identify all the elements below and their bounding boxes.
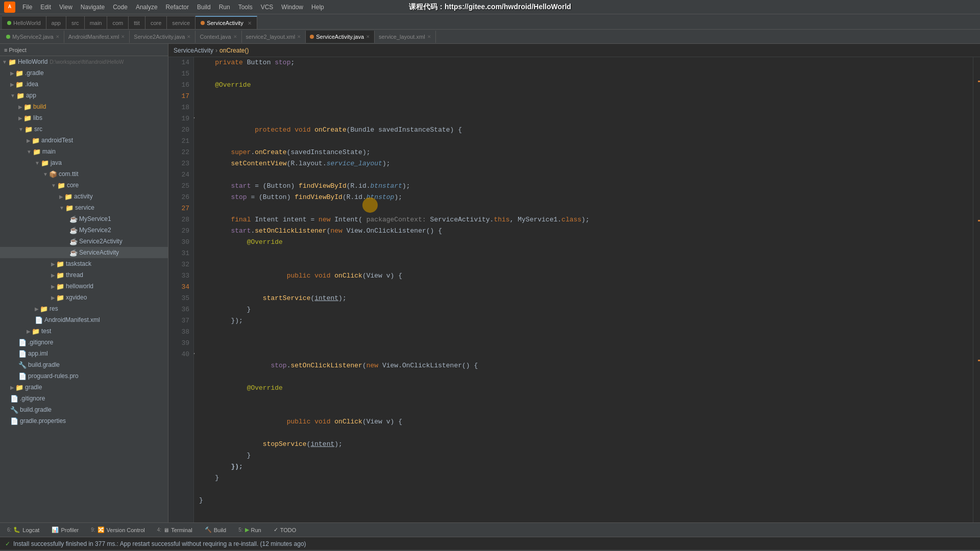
file-tab-service2activity[interactable]: Service2Activity.java ✕ (130, 31, 195, 43)
arrow-main: ▼ (27, 149, 32, 155)
breadcrumb-class[interactable]: ServiceActivity (174, 47, 213, 54)
tree-gradle-props[interactable]: 📄 gradle.properties (0, 415, 168, 427)
tab-helloworld[interactable]: HelloWorld (2, 16, 46, 29)
vc-icon: 🔀 (97, 527, 105, 533)
tree-app[interactable]: ▼ 📁 app (0, 90, 168, 101)
tree-res[interactable]: ▶ 📁 res (0, 303, 168, 314)
tree-java[interactable]: ▼ 📁 java (0, 157, 168, 168)
arrow-idea: ▶ (10, 82, 14, 87)
file-tab-context[interactable]: Context.java ✕ (195, 31, 241, 43)
menu-help[interactable]: Help (308, 3, 327, 12)
code-line-27: ● public void onClick(View v) { (199, 248, 968, 293)
file-tab-myservice2[interactable]: MyService2.java ✕ (2, 31, 64, 43)
folder-icon-thread: 📁 (56, 271, 64, 279)
file-tab-servicelayout[interactable]: service_layout.xml ✕ (375, 31, 435, 43)
tree-myservice2[interactable]: ☕ MyService2 (0, 224, 168, 236)
tree-myservice1[interactable]: ☕ MyService1 (0, 213, 168, 224)
tree-gradle-root[interactable]: ▶ 📁 gradle (0, 382, 168, 393)
menu-tools[interactable]: Tools (235, 3, 256, 12)
tree-core[interactable]: ▼ 📁 core (0, 180, 168, 191)
tree-serviceactivity[interactable]: ☕ ServiceActivity (0, 247, 168, 258)
tree-build-gradle-root[interactable]: 🔧 build.gradle (0, 404, 168, 415)
tree-androidtest[interactable]: ▶ 📁 androidTest (0, 135, 168, 146)
tab-ttit[interactable]: ttit (129, 16, 145, 29)
tool-logcat[interactable]: 6: 🐛 Logcat (4, 525, 42, 534)
code-line-33: @Override (199, 383, 968, 394)
tree-taskstack[interactable]: ▶ 📁 taskstack (0, 258, 168, 269)
menu-window[interactable]: Window (278, 3, 306, 12)
tree-build[interactable]: ▶ 📁 build (0, 101, 168, 112)
file-close-context[interactable]: ✕ (233, 34, 237, 39)
tool-todo[interactable]: ✓ TODO (271, 525, 300, 534)
menu-run[interactable]: Run (216, 3, 233, 12)
file-tab-serviceactivity[interactable]: ServiceActivity.java ✕ (306, 31, 375, 43)
tree-gradle[interactable]: ▶ 📁 .gradle (0, 67, 168, 79)
code-line-15 (199, 68, 968, 80)
tree-idea[interactable]: ▶ 📁 .idea (0, 79, 168, 90)
menu-view[interactable]: View (56, 3, 76, 12)
tree-helloworld[interactable]: ▼ 📁 HelloWorld D:\workspace\ftit\android… (0, 56, 168, 67)
gutter-mark-3 (978, 360, 980, 361)
tree-main[interactable]: ▼ 📁 main (0, 146, 168, 157)
file-close-myservice2[interactable]: ✕ (56, 34, 60, 39)
file-close-service2activity[interactable]: ✕ (187, 34, 191, 39)
menu-file[interactable]: File (19, 3, 35, 12)
tree-helloworld2[interactable]: ▶ 📁 helloworld (0, 281, 168, 292)
menu-build[interactable]: Build (194, 3, 214, 12)
code-editor[interactable]: private Button stop; @Override ● ▼ prote… (194, 57, 973, 522)
tree-proguard[interactable]: 📄 proguard-rules.pro (0, 370, 168, 382)
tab-core[interactable]: core (145, 16, 167, 29)
tree-libs[interactable]: ▶ 📁 libs (0, 112, 168, 123)
code-line-38: } (199, 472, 968, 484)
menu-code[interactable]: Code (110, 3, 131, 12)
tree-activity[interactable]: ▶ 📁 activity (0, 191, 168, 202)
tab-app[interactable]: app (46, 16, 66, 29)
tree-app-iml[interactable]: 📄 app.iml (0, 348, 168, 359)
tool-profiler[interactable]: 📊 Profiler (48, 525, 82, 534)
code-line-37: }); (199, 461, 968, 472)
menu-refactor[interactable]: Refactor (163, 3, 192, 12)
tool-version-control[interactable]: 9: 🔀 Version Control (88, 525, 148, 534)
menu-vcs[interactable]: VCS (258, 3, 277, 12)
file-tab-androidmanifest[interactable]: AndroidManifest.xml ✕ (64, 31, 130, 43)
tree-gitignore-root[interactable]: 📄 .gitignore (0, 393, 168, 404)
tree-service-folder[interactable]: ▼ 📁 service (0, 202, 168, 213)
run-icon: ▶ (245, 527, 249, 533)
tool-run[interactable]: 5: ▶ Run (235, 525, 264, 534)
tree-service2activity[interactable]: ☕ Service2Activity (0, 236, 168, 247)
tab-service[interactable]: service (167, 16, 195, 29)
file-close-service2layout[interactable]: ✕ (297, 34, 301, 39)
build-label: Build (214, 527, 226, 533)
tab-src[interactable]: src (66, 16, 85, 29)
tree-androidmanifest[interactable]: 📄 AndroidManifest.xml (0, 314, 168, 325)
menu-navigate[interactable]: Navigate (78, 3, 108, 12)
file-close-serviceactivity[interactable]: ✕ (366, 34, 370, 39)
gutter-mark-1 (978, 81, 980, 82)
tree-xgvideo[interactable]: ▶ 📁 xgvideo (0, 292, 168, 303)
arrow-activity: ▶ (59, 194, 63, 199)
tab-main[interactable]: main (85, 16, 108, 29)
file-tab-bar: MyService2.java ✕ AndroidManifest.xml ✕ … (0, 30, 980, 44)
tool-build[interactable]: 🔨 Build (202, 525, 229, 534)
terminal-icon: 🖥 (163, 527, 169, 533)
file-close-androidmanifest[interactable]: ✕ (121, 34, 125, 39)
tab-service-activity[interactable]: ServiceActivity ✕ (195, 16, 257, 29)
menu-edit[interactable]: Edit (37, 3, 54, 12)
code-line-18: super.onCreate(savedInstanceState); (199, 147, 968, 158)
tree-gitignore-app[interactable]: 📄 .gitignore (0, 337, 168, 348)
tab-close-service-activity[interactable]: ✕ (248, 20, 252, 26)
breadcrumb-method[interactable]: onCreate() (219, 47, 249, 54)
tree-test[interactable]: ▶ 📁 test (0, 325, 168, 337)
file-tab-service2layout[interactable]: service2_layout.xml ✕ (242, 31, 306, 43)
code-line-31 (199, 327, 968, 338)
tool-terminal[interactable]: 4: 🖥 Terminal (154, 526, 195, 534)
file-icon-app-iml: 📄 (18, 350, 27, 358)
file-close-servicelayout[interactable]: ✕ (427, 34, 431, 39)
tree-comttit[interactable]: ▼ 📦 com.ttit (0, 168, 168, 180)
tab-com[interactable]: com (107, 16, 129, 29)
tree-thread[interactable]: ▶ 📁 thread (0, 269, 168, 281)
tree-build-gradle[interactable]: 🔧 build.gradle (0, 359, 168, 370)
menu-analyze[interactable]: Analyze (133, 3, 161, 12)
tree-src[interactable]: ▼ 📁 src (0, 123, 168, 135)
code-line-29: } (199, 304, 968, 315)
